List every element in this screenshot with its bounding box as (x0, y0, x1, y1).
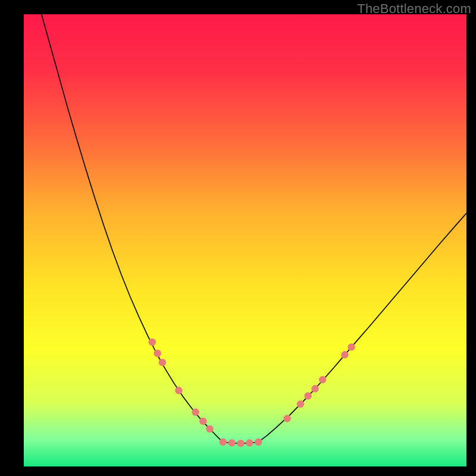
chart-background (24, 14, 466, 466)
marker-dot (319, 376, 326, 383)
marker-dot (304, 392, 311, 399)
marker-dot (311, 385, 318, 392)
marker-dot (192, 409, 199, 416)
marker-dot (159, 359, 166, 366)
marker-dot (297, 400, 304, 408)
marker-dot (149, 339, 156, 346)
marker-dot (206, 425, 213, 433)
marker-dot (341, 351, 348, 358)
marker-dot (283, 415, 290, 422)
chart-plot (24, 14, 466, 466)
chart-frame: TheBottleneck.com (0, 0, 476, 476)
marker-dot (246, 439, 253, 446)
marker-dot (199, 418, 206, 425)
marker-dot (255, 439, 262, 446)
marker-dot (347, 343, 355, 350)
marker-dot (154, 350, 161, 357)
marker-dot (237, 440, 244, 447)
watermark-text: TheBottleneck.com (357, 1, 471, 17)
marker-dot (175, 387, 182, 394)
marker-dot (228, 439, 235, 446)
marker-dot (220, 439, 227, 446)
